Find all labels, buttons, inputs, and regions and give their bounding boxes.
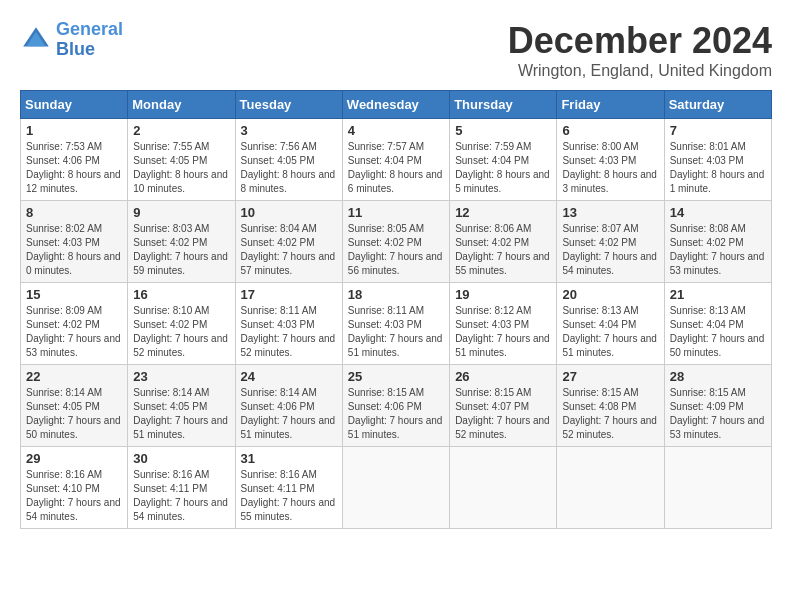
calendar-cell: 7 Sunrise: 8:01 AM Sunset: 4:03 PM Dayli… <box>664 119 771 201</box>
day-number: 28 <box>670 369 766 384</box>
calendar-cell: 24 Sunrise: 8:14 AM Sunset: 4:06 PM Dayl… <box>235 365 342 447</box>
logo-text: General Blue <box>56 20 123 60</box>
day-info: Sunrise: 7:56 AM Sunset: 4:05 PM Dayligh… <box>241 140 337 196</box>
day-header-saturday: Saturday <box>664 91 771 119</box>
calendar-cell: 30 Sunrise: 8:16 AM Sunset: 4:11 PM Dayl… <box>128 447 235 529</box>
calendar-cell: 3 Sunrise: 7:56 AM Sunset: 4:05 PM Dayli… <box>235 119 342 201</box>
day-number: 22 <box>26 369 122 384</box>
day-info: Sunrise: 8:08 AM Sunset: 4:02 PM Dayligh… <box>670 222 766 278</box>
day-number: 8 <box>26 205 122 220</box>
calendar-cell: 28 Sunrise: 8:15 AM Sunset: 4:09 PM Dayl… <box>664 365 771 447</box>
day-info: Sunrise: 8:11 AM Sunset: 4:03 PM Dayligh… <box>241 304 337 360</box>
day-info: Sunrise: 8:15 AM Sunset: 4:06 PM Dayligh… <box>348 386 444 442</box>
calendar-cell: 9 Sunrise: 8:03 AM Sunset: 4:02 PM Dayli… <box>128 201 235 283</box>
day-number: 24 <box>241 369 337 384</box>
calendar-cell: 27 Sunrise: 8:15 AM Sunset: 4:08 PM Dayl… <box>557 365 664 447</box>
day-info: Sunrise: 8:15 AM Sunset: 4:09 PM Dayligh… <box>670 386 766 442</box>
day-info: Sunrise: 7:55 AM Sunset: 4:05 PM Dayligh… <box>133 140 229 196</box>
calendar-cell: 6 Sunrise: 8:00 AM Sunset: 4:03 PM Dayli… <box>557 119 664 201</box>
calendar-cell: 10 Sunrise: 8:04 AM Sunset: 4:02 PM Dayl… <box>235 201 342 283</box>
calendar-cell: 14 Sunrise: 8:08 AM Sunset: 4:02 PM Dayl… <box>664 201 771 283</box>
day-header-thursday: Thursday <box>450 91 557 119</box>
calendar-table: SundayMondayTuesdayWednesdayThursdayFrid… <box>20 90 772 529</box>
day-info: Sunrise: 8:02 AM Sunset: 4:03 PM Dayligh… <box>26 222 122 278</box>
day-number: 31 <box>241 451 337 466</box>
day-number: 7 <box>670 123 766 138</box>
day-number: 27 <box>562 369 658 384</box>
day-info: Sunrise: 8:13 AM Sunset: 4:04 PM Dayligh… <box>670 304 766 360</box>
subtitle: Wrington, England, United Kingdom <box>508 62 772 80</box>
calendar-cell: 4 Sunrise: 7:57 AM Sunset: 4:04 PM Dayli… <box>342 119 449 201</box>
day-header-monday: Monday <box>128 91 235 119</box>
day-info: Sunrise: 8:16 AM Sunset: 4:11 PM Dayligh… <box>133 468 229 524</box>
day-number: 20 <box>562 287 658 302</box>
calendar-cell: 18 Sunrise: 8:11 AM Sunset: 4:03 PM Dayl… <box>342 283 449 365</box>
main-title: December 2024 <box>508 20 772 62</box>
day-info: Sunrise: 8:15 AM Sunset: 4:07 PM Dayligh… <box>455 386 551 442</box>
day-header-tuesday: Tuesday <box>235 91 342 119</box>
day-info: Sunrise: 8:07 AM Sunset: 4:02 PM Dayligh… <box>562 222 658 278</box>
day-number: 17 <box>241 287 337 302</box>
title-block: December 2024 Wrington, England, United … <box>508 20 772 80</box>
calendar-cell: 13 Sunrise: 8:07 AM Sunset: 4:02 PM Dayl… <box>557 201 664 283</box>
day-number: 18 <box>348 287 444 302</box>
day-number: 19 <box>455 287 551 302</box>
day-info: Sunrise: 7:59 AM Sunset: 4:04 PM Dayligh… <box>455 140 551 196</box>
day-info: Sunrise: 8:14 AM Sunset: 4:06 PM Dayligh… <box>241 386 337 442</box>
day-info: Sunrise: 7:53 AM Sunset: 4:06 PM Dayligh… <box>26 140 122 196</box>
day-info: Sunrise: 8:16 AM Sunset: 4:11 PM Dayligh… <box>241 468 337 524</box>
day-number: 4 <box>348 123 444 138</box>
calendar-week-4: 22 Sunrise: 8:14 AM Sunset: 4:05 PM Dayl… <box>21 365 772 447</box>
calendar-cell: 8 Sunrise: 8:02 AM Sunset: 4:03 PM Dayli… <box>21 201 128 283</box>
day-number: 21 <box>670 287 766 302</box>
calendar-cell <box>664 447 771 529</box>
day-info: Sunrise: 8:04 AM Sunset: 4:02 PM Dayligh… <box>241 222 337 278</box>
calendar-cell: 26 Sunrise: 8:15 AM Sunset: 4:07 PM Dayl… <box>450 365 557 447</box>
calendar-week-2: 8 Sunrise: 8:02 AM Sunset: 4:03 PM Dayli… <box>21 201 772 283</box>
calendar-cell: 15 Sunrise: 8:09 AM Sunset: 4:02 PM Dayl… <box>21 283 128 365</box>
day-header-friday: Friday <box>557 91 664 119</box>
logo: General Blue <box>20 20 123 60</box>
day-header-sunday: Sunday <box>21 91 128 119</box>
day-number: 13 <box>562 205 658 220</box>
day-number: 11 <box>348 205 444 220</box>
calendar-cell: 25 Sunrise: 8:15 AM Sunset: 4:06 PM Dayl… <box>342 365 449 447</box>
logo-icon <box>20 24 52 56</box>
day-info: Sunrise: 8:00 AM Sunset: 4:03 PM Dayligh… <box>562 140 658 196</box>
calendar-cell: 21 Sunrise: 8:13 AM Sunset: 4:04 PM Dayl… <box>664 283 771 365</box>
day-info: Sunrise: 8:10 AM Sunset: 4:02 PM Dayligh… <box>133 304 229 360</box>
day-info: Sunrise: 8:09 AM Sunset: 4:02 PM Dayligh… <box>26 304 122 360</box>
calendar-cell: 1 Sunrise: 7:53 AM Sunset: 4:06 PM Dayli… <box>21 119 128 201</box>
calendar-cell: 16 Sunrise: 8:10 AM Sunset: 4:02 PM Dayl… <box>128 283 235 365</box>
calendar-cell: 22 Sunrise: 8:14 AM Sunset: 4:05 PM Dayl… <box>21 365 128 447</box>
calendar-cell: 5 Sunrise: 7:59 AM Sunset: 4:04 PM Dayli… <box>450 119 557 201</box>
day-info: Sunrise: 8:11 AM Sunset: 4:03 PM Dayligh… <box>348 304 444 360</box>
day-number: 25 <box>348 369 444 384</box>
day-info: Sunrise: 8:05 AM Sunset: 4:02 PM Dayligh… <box>348 222 444 278</box>
day-number: 23 <box>133 369 229 384</box>
day-number: 15 <box>26 287 122 302</box>
day-info: Sunrise: 8:15 AM Sunset: 4:08 PM Dayligh… <box>562 386 658 442</box>
day-info: Sunrise: 8:03 AM Sunset: 4:02 PM Dayligh… <box>133 222 229 278</box>
calendar-week-5: 29 Sunrise: 8:16 AM Sunset: 4:10 PM Dayl… <box>21 447 772 529</box>
calendar-cell <box>557 447 664 529</box>
calendar-cell <box>342 447 449 529</box>
day-number: 1 <box>26 123 122 138</box>
day-number: 6 <box>562 123 658 138</box>
page-header: General Blue December 2024 Wrington, Eng… <box>20 20 772 80</box>
day-info: Sunrise: 8:01 AM Sunset: 4:03 PM Dayligh… <box>670 140 766 196</box>
day-info: Sunrise: 8:16 AM Sunset: 4:10 PM Dayligh… <box>26 468 122 524</box>
calendar-cell: 31 Sunrise: 8:16 AM Sunset: 4:11 PM Dayl… <box>235 447 342 529</box>
day-number: 10 <box>241 205 337 220</box>
calendar-header-row: SundayMondayTuesdayWednesdayThursdayFrid… <box>21 91 772 119</box>
day-info: Sunrise: 8:14 AM Sunset: 4:05 PM Dayligh… <box>26 386 122 442</box>
day-number: 26 <box>455 369 551 384</box>
calendar-week-1: 1 Sunrise: 7:53 AM Sunset: 4:06 PM Dayli… <box>21 119 772 201</box>
day-number: 5 <box>455 123 551 138</box>
day-info: Sunrise: 8:14 AM Sunset: 4:05 PM Dayligh… <box>133 386 229 442</box>
day-info: Sunrise: 8:13 AM Sunset: 4:04 PM Dayligh… <box>562 304 658 360</box>
day-number: 9 <box>133 205 229 220</box>
calendar-cell: 2 Sunrise: 7:55 AM Sunset: 4:05 PM Dayli… <box>128 119 235 201</box>
calendar-cell: 11 Sunrise: 8:05 AM Sunset: 4:02 PM Dayl… <box>342 201 449 283</box>
day-number: 29 <box>26 451 122 466</box>
